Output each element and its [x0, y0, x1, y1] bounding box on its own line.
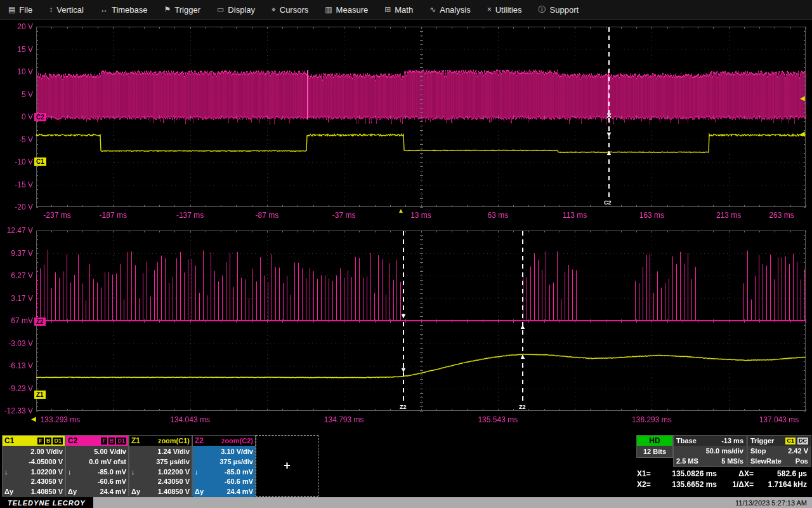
inv-dx-label: 1/ΔX=: [717, 480, 754, 489]
trigger-label: Trigger: [750, 437, 774, 444]
timebase-icon: ↔: [100, 5, 108, 14]
badge-b: B: [108, 438, 115, 444]
row-symbol: Δy: [4, 487, 13, 496]
analysis-icon: ∿: [429, 5, 436, 14]
row-value: 0.0 mV ofst: [89, 457, 126, 466]
time-per-div: 50.0 ms/div: [706, 447, 743, 455]
waveform-canvas[interactable]: [0, 0, 812, 508]
timebase-box[interactable]: Tbase -13 ms 50.0 ms/div 2.5 MS 5 MS/s: [673, 435, 747, 467]
row-symbol: ↓: [68, 467, 72, 476]
row-symbol: ↓: [131, 467, 135, 476]
descriptor-c2[interactable]: C2FBD15.00 V/div0.0 mV ofst↓-85.0 mV-60.…: [65, 435, 129, 497]
menu-bar: ▤File↕Vertical↔Timebase⚑Trigger▭Display⌖…: [0, 0, 812, 20]
vertical-icon: ↕: [49, 5, 53, 14]
menu-item-label: Cursors: [280, 5, 309, 15]
cursor-readout: X1= 135.0826 ms ΔX= 582.6 µs X2= 135.665…: [637, 468, 811, 490]
trigger-coupling-badge: DC: [797, 438, 808, 444]
row-symbol: Δy: [131, 487, 140, 496]
trigger-box[interactable]: Trigger C1 DC Stop 2.42 V SlewRate Pos: [747, 435, 811, 467]
trigger-source-badge: C1: [785, 438, 796, 444]
trigger-slope: Pos: [796, 457, 808, 465]
row-value: 1.02200 V: [158, 467, 190, 476]
status-bar: TELEDYNE LECROY 11/13/2023 5:27:13 AM: [0, 497, 812, 508]
hd-mode-box[interactable]: HD 12 Bits: [636, 435, 673, 458]
row-value: -85.0 mV: [225, 467, 253, 476]
row-value: -60.6 mV: [225, 477, 253, 486]
menu-item-label: Math: [395, 5, 413, 15]
row-symbol: Δy: [68, 487, 77, 496]
utilities-icon: ×: [487, 5, 492, 14]
menu-display[interactable]: ▭Display: [209, 0, 263, 19]
row-value: -85.0 mV: [98, 467, 126, 476]
x1-label: X1=: [637, 469, 660, 478]
add-trace-box[interactable]: +: [256, 435, 318, 497]
menu-cursors[interactable]: ⌖Cursors: [263, 0, 317, 19]
cursors-icon: ⌖: [272, 5, 276, 14]
menu-item-label: Timebase: [112, 5, 148, 15]
trigger-kind: SlewRate: [750, 457, 782, 465]
row-symbol: ↓: [195, 467, 199, 476]
descriptor-area: C1FBD12.00 V/div-4.05000 V↓1.02200 V2.43…: [0, 435, 812, 496]
row-symbol: ↓: [4, 467, 8, 476]
support-icon: ⓘ: [539, 4, 546, 15]
display-icon: ▭: [217, 5, 224, 14]
zoom-source: zoom(C1): [158, 437, 190, 444]
menu-item-label: Analysis: [440, 5, 470, 15]
menu-analysis[interactable]: ∿Analysis: [421, 0, 478, 19]
oscilloscope-screen: ▤File↕Vertical↔Timebase⚑Trigger▭Display⌖…: [0, 0, 812, 508]
menu-math[interactable]: ⊞Math: [376, 0, 421, 19]
row-value: 1.02200 V: [31, 467, 63, 476]
menu-measure[interactable]: ▥Measure: [317, 0, 376, 19]
menu-trigger[interactable]: ⚑Trigger: [156, 0, 209, 19]
trace-id: C1: [4, 436, 14, 445]
tbase-label: Tbase: [676, 437, 697, 444]
row-value: 5.00 V/div: [94, 447, 126, 456]
menu-support[interactable]: ⓘSupport: [530, 0, 587, 19]
badge-f: F: [37, 438, 44, 444]
menu-utilities[interactable]: ×Utilities: [479, 0, 530, 19]
descriptor-z2[interactable]: Z2zoom(C2)3.10 V/div375 µs/div↓-85.0 mV-…: [192, 435, 256, 497]
menu-file[interactable]: ▤File: [0, 0, 41, 19]
menu-item-label: Vertical: [56, 5, 84, 15]
menu-item-label: Display: [228, 5, 255, 15]
dx-value: 582.6 µs: [754, 469, 807, 478]
inv-dx-value: 1.7164 kHz: [754, 480, 807, 489]
menu-item-label: File: [19, 5, 32, 15]
menu-vertical[interactable]: ↕Vertical: [41, 0, 92, 19]
menu-item-label: Measure: [336, 5, 369, 15]
menu-item-label: Trigger: [174, 5, 200, 15]
math-icon: ⊞: [384, 5, 391, 14]
row-value: 3.10 V/div: [221, 447, 253, 456]
x1-value: 135.0826 ms: [660, 469, 717, 478]
row-value: 2.43050 V: [31, 477, 63, 486]
teledyne-lecroy-logo: TELEDYNE LECROY: [0, 497, 93, 508]
file-icon: ▤: [8, 5, 15, 14]
trigger-icon: ⚑: [164, 5, 171, 14]
row-symbol: Δy: [195, 487, 204, 496]
trace-id: C2: [68, 436, 77, 445]
descriptor-c1[interactable]: C1FBD12.00 V/div-4.05000 V↓1.02200 V2.43…: [2, 435, 65, 497]
row-value: -4.05000 V: [29, 457, 63, 466]
zoom-source: zoom(C2): [221, 437, 253, 444]
row-value: 375 µs/div: [219, 457, 253, 466]
badge-d1: D1: [53, 438, 63, 444]
hd-label: HD: [637, 436, 672, 446]
trace-id: Z2: [195, 436, 204, 445]
badge-d1: D1: [116, 438, 126, 444]
badge-f: F: [101, 438, 107, 444]
row-value: 1.40850 V: [31, 487, 63, 496]
badge-b: B: [45, 438, 52, 444]
row-value: 2.00 V/div: [30, 447, 63, 456]
descriptor-z1[interactable]: Z1zoom(C1)1.24 V/div375 µs/div↓1.02200 V…: [129, 435, 192, 497]
x2-label: X2=: [637, 480, 660, 489]
plus-icon: +: [284, 459, 291, 472]
dx-label: ΔX=: [717, 469, 754, 478]
trigger-level: 2.42 V: [788, 447, 808, 455]
menu-timebase[interactable]: ↔Timebase: [92, 0, 156, 19]
row-value: 1.24 V/div: [157, 447, 190, 456]
row-value: 1.40850 V: [158, 487, 190, 496]
memory-depth: 2.5 MS: [676, 457, 698, 465]
row-value: 24.4 mV: [100, 487, 126, 496]
adc-bits: 12 Bits: [637, 446, 672, 457]
menu-item-label: Utilities: [495, 5, 522, 15]
